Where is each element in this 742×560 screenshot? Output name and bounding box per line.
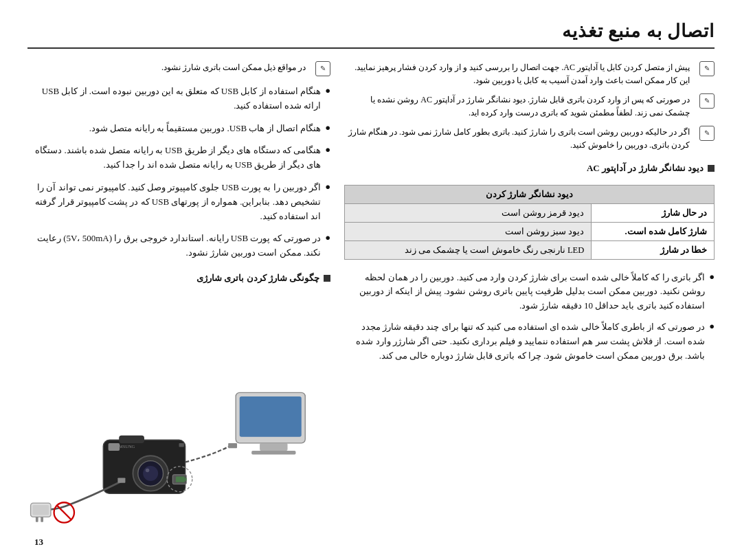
main-content: ✎ پیش از متصل کردن کابل یا آداپتور AC. ج… <box>27 61 715 525</box>
charge-indicator-table: دیود نشانگر شارژ کردن در حال شارژ دیود ق… <box>344 185 715 260</box>
bullet-icon-1: ● <box>709 271 715 282</box>
table-cell-desc-2: دیود سبز روشن است <box>345 222 592 240</box>
bullet-left-1: ● اگر باتری را که کاملاً خالی شده است بر… <box>344 271 715 313</box>
page-number: 13 <box>34 537 43 548</box>
note-icon-3: ✎ <box>699 126 715 141</box>
svg-point-9 <box>146 468 150 472</box>
bullet-right-5: ● در صورتی که پورت USB رایانه. استاندارد… <box>27 232 330 260</box>
table-row: در حال شارژ دیود قرمز روشن است <box>345 203 715 222</box>
bullet-r-icon-5: ● <box>325 232 330 243</box>
note-text-3: اگر در حالیکه دوربین روشن است باتری را ش… <box>344 126 690 151</box>
bullet-right-2: ● هنگام اتصال از هاب USB. دوربین مستقیما… <box>27 122 330 136</box>
svg-rect-16 <box>32 505 49 515</box>
note-item-1: ✎ پیش از متصل کردن کابل یا آداپتور AC. ج… <box>344 61 715 87</box>
table-cell-desc-3: LED نارنجی رنگ خاموش است یا چشمک می زند <box>345 240 592 259</box>
diagram-section-header: چگونگی شارژ کردن باتری شارژی <box>27 273 330 284</box>
note-item-3: ✎ اگر در حالیکه دوربین روشن است باتری را… <box>344 126 715 151</box>
svg-rect-14 <box>117 478 125 482</box>
table-cell-status-3: خطا در شارژ <box>592 240 715 259</box>
bullet-text-right-0: در مواقع ذیل ممکن است باتری شارژ نشود. <box>161 61 306 74</box>
bullet-r-icon-1: ● <box>325 85 330 96</box>
bullet-left-2: ● در صورتی که از باطری کاملاً خالی شده ا… <box>344 320 715 363</box>
table-header: دیود نشانگر شارژ کردن <box>345 185 715 203</box>
bullet-r-icon-3: ● <box>325 144 330 155</box>
section-square-icon <box>708 165 715 172</box>
camera-illustration: SAMSUNG <box>27 380 330 525</box>
bullet-text-right-1: هنگام استفاده از کابل USB که متعلق به ای… <box>27 85 321 113</box>
bullet-text-left-2: در صورتی که از باطری کاملاً خالی شده ای … <box>344 320 705 363</box>
svg-rect-18 <box>41 517 43 522</box>
note-icon-1: ✎ <box>699 61 715 76</box>
note-icon-right-1: ✎ <box>315 61 330 76</box>
table-row: شارژ کامل شده است. دیود سبز روشن است <box>345 222 715 240</box>
bullet-right-1: ● هنگام استفاده از کابل USB که متعلق به … <box>27 85 330 113</box>
bullet-r-icon-4: ● <box>325 181 330 192</box>
bullet-text-left-1: اگر باتری را که کاملاً خالی شده است برای… <box>344 271 705 313</box>
left-column: ✎ پیش از متصل کردن کابل یا آداپتور AC. ج… <box>344 61 715 525</box>
page-title: اتصال به منبع تغذیه <box>562 21 715 41</box>
page-header: اتصال به منبع تغذیه <box>27 21 715 49</box>
note-right-1: ✎ در مواقع ذیل ممکن است باتری شارژ نشود. <box>27 61 330 76</box>
svg-point-8 <box>143 466 158 481</box>
svg-rect-17 <box>36 517 38 522</box>
svg-rect-1 <box>240 396 302 437</box>
bullet-text-right-2: هنگام اتصال از هاب USB. دوربین مستقیماً … <box>89 122 321 136</box>
svg-rect-2 <box>260 443 287 451</box>
svg-rect-10 <box>119 436 144 443</box>
svg-rect-3 <box>251 451 295 455</box>
bullet-text-right-5: در صورتی که پورت USB رایانه. استاندارد خ… <box>27 232 321 260</box>
note-text-1: پیش از متصل کردن کابل یا آداپتور AC. جهت… <box>344 61 690 87</box>
svg-rect-4 <box>228 443 237 448</box>
svg-rect-23 <box>176 476 185 482</box>
svg-rect-13 <box>179 443 184 447</box>
table-cell-status-2: شارژ کامل شده است. <box>592 222 715 240</box>
page: اتصال به منبع تغذیه ✎ پیش از متصل کردن ک… <box>0 0 742 560</box>
note-icon-2: ✎ <box>699 93 715 109</box>
bullet-text-right-3: هنگامی که دستگاه های دیگر از طریق USB به… <box>27 144 321 172</box>
note-item-2: ✎ در صورتی که پس از وارد کردن باتری قابل… <box>344 93 715 119</box>
bullet-right-4: ● اگر دوربین را به پورت USB جلوی کامپیوت… <box>27 181 330 223</box>
table-row: خطا در شارژ LED نارنجی رنگ خاموش است یا … <box>345 240 715 259</box>
diagram-square-icon <box>324 275 330 282</box>
table-cell-status-1: در حال شارژ <box>592 203 715 222</box>
table-cell-desc-1: دیود قرمز روشن است <box>345 203 592 222</box>
table-section-header: دیود نشانگر شارژ در آداپتور AC <box>344 163 715 174</box>
note-text-2: در صورتی که پس از وارد کردن باتری قابل ش… <box>344 93 690 119</box>
svg-text:SAMSUNG: SAMSUNG <box>113 444 135 449</box>
table-section-label: دیود نشانگر شارژ در آداپتور AC <box>587 163 704 174</box>
bullet-icon-2: ● <box>709 321 715 332</box>
camera-illustration-area: SAMSUNG <box>27 299 330 525</box>
right-column: ✎ در مواقع ذیل ممکن است باتری شارژ نشود.… <box>27 61 330 525</box>
bullet-r-icon-2: ● <box>325 122 330 133</box>
bullet-right-3: ● هنگامی که دستگاه های دیگر از طریق USB … <box>27 144 330 172</box>
bullet-text-right-4: اگر دوربین را به پورت USB جلوی کامپیوتر … <box>27 181 321 223</box>
diagram-section-label: چگونگی شارژ کردن باتری شارژی <box>196 273 319 284</box>
svg-rect-24 <box>185 478 187 481</box>
